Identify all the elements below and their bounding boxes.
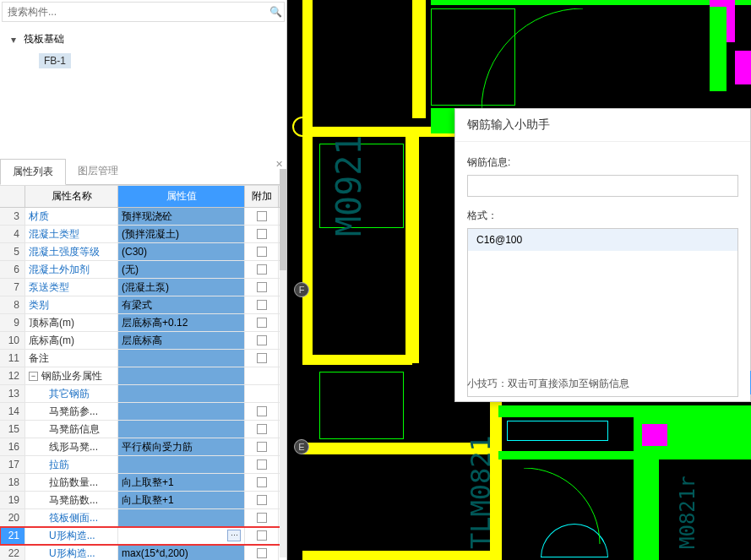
format-list[interactable]: C16@100 [467,228,738,397]
tab-layers[interactable]: 图层管理 [66,159,130,184]
property-add[interactable] [245,403,279,420]
property-value[interactable]: (混凝土泵) [118,279,245,296]
property-value[interactable]: (无) [118,261,245,278]
checkbox[interactable] [257,353,267,363]
property-value[interactable]: max(15*d,200) [118,545,245,560]
property-add[interactable] [245,545,279,560]
property-add[interactable] [245,350,279,367]
property-row[interactable]: 3材质预拌现浇砼 [0,208,286,226]
property-value[interactable] [118,456,245,473]
row-number: 19 [0,492,25,508]
property-value[interactable]: ⋯ [118,527,245,544]
property-grid: 属性名称 属性值 附加 3材质预拌现浇砼4混凝土类型(预拌混凝土)5混凝土强度等… [0,185,286,560]
property-row[interactable]: 22U形构造...max(15*d,200) [0,545,286,560]
property-row[interactable]: 6混凝土外加剂(无) [0,261,286,279]
checkbox[interactable] [257,282,267,292]
property-row[interactable]: 10底标高(m)层底标高 [0,332,286,350]
property-add[interactable] [245,314,279,331]
checkbox[interactable] [257,495,267,505]
ellipsis-button[interactable]: ⋯ [227,530,241,541]
property-row[interactable]: 12−钢筋业务属性 [0,367,286,385]
property-value[interactable]: (预拌混凝土) [118,226,245,242]
property-add[interactable] [245,296,279,313]
property-value[interactable]: 有梁式 [118,296,245,313]
property-value[interactable] [118,385,245,402]
checkbox[interactable] [257,424,267,434]
property-row[interactable]: 7泵送类型(混凝土泵) [0,279,286,296]
property-add[interactable] [245,385,279,402]
header-value[interactable]: 属性值 [118,186,245,207]
row-number: 17 [0,456,25,473]
rebar-info-label: 钢筋信息: [467,155,738,170]
property-add[interactable] [245,474,279,491]
property-add[interactable] [245,332,279,349]
property-add[interactable] [245,421,279,438]
property-add[interactable] [245,243,279,260]
property-add[interactable] [245,456,279,473]
property-row[interactable]: 9顶标高(m)层底标高+0.12 [0,314,286,332]
property-add[interactable] [245,367,279,384]
property-row[interactable]: 14马凳筋参... [0,403,286,421]
property-value[interactable]: 平行横向受力筋 [118,438,245,455]
property-value[interactable] [118,403,245,420]
property-value[interactable]: 层底标高 [118,332,245,349]
header-add: 附加 [245,186,279,207]
property-row[interactable]: 18拉筋数量...向上取整+1 [0,474,286,492]
door-arc-2 [524,468,608,552]
property-add[interactable] [245,527,279,544]
checkbox[interactable] [257,247,267,257]
property-row[interactable]: 5混凝土强度等级(C30) [0,243,286,261]
property-value[interactable]: 预拌现浇砼 [118,208,245,225]
expand-icon[interactable]: − [29,372,38,381]
scrollbar-thumb[interactable] [280,169,286,270]
checkbox[interactable] [257,477,267,487]
property-add[interactable] [245,208,279,225]
search-icon[interactable]: 🔍 [267,6,284,18]
property-add[interactable] [245,509,279,526]
property-row[interactable]: 11备注 [0,350,286,367]
property-value[interactable]: 向上取整+1 [118,492,245,508]
checkbox[interactable] [257,211,267,221]
property-add[interactable] [245,438,279,455]
property-row[interactable]: 8类别有梁式 [0,296,286,314]
property-row[interactable]: 15马凳筋信息 [0,421,286,438]
property-value[interactable] [118,421,245,438]
property-add[interactable] [245,492,279,508]
checkbox[interactable] [257,335,267,345]
checkbox[interactable] [257,530,267,541]
row-number: 7 [0,279,25,296]
collapse-icon[interactable]: ▾ [8,34,19,46]
property-row[interactable]: 4混凝土类型(预拌混凝土) [0,226,286,243]
tree-item-fb1[interactable]: FB-1 [39,53,71,68]
rebar-info-input[interactable] [467,175,738,197]
property-add[interactable] [245,226,279,242]
property-row[interactable]: 17拉筋 [0,456,286,474]
checkbox[interactable] [257,548,267,558]
tab-properties[interactable]: 属性列表 [0,159,66,185]
property-row[interactable]: 19马凳筋数...向上取整+1 [0,492,286,509]
property-value[interactable]: (C30) [118,243,245,260]
property-row[interactable]: 20筏板侧面... [0,509,286,527]
property-value[interactable] [118,367,245,384]
property-value[interactable]: 向上取整+1 [118,474,245,491]
property-row[interactable]: 21U形构造...⋯ [0,527,286,545]
property-value[interactable]: 层底标高+0.12 [118,314,245,331]
property-add[interactable] [245,261,279,278]
property-value[interactable] [118,350,245,367]
format-item[interactable]: C16@100 [468,229,737,251]
checkbox[interactable] [257,264,267,275]
scrollbar-vertical[interactable] [280,169,286,557]
checkbox[interactable] [257,229,267,239]
search-input[interactable] [3,6,267,18]
checkbox[interactable] [257,318,267,328]
property-row[interactable]: 16线形马凳...平行横向受力筋 [0,438,286,456]
property-value[interactable] [118,509,245,526]
property-row[interactable]: 13其它钢筋 [0,385,286,403]
checkbox[interactable] [257,406,267,416]
checkbox[interactable] [257,442,267,452]
tree-root-row[interactable]: ▾ 筏板基础 [8,29,278,50]
checkbox[interactable] [257,513,267,523]
checkbox[interactable] [257,300,267,310]
property-add[interactable] [245,279,279,296]
checkbox[interactable] [257,459,267,470]
